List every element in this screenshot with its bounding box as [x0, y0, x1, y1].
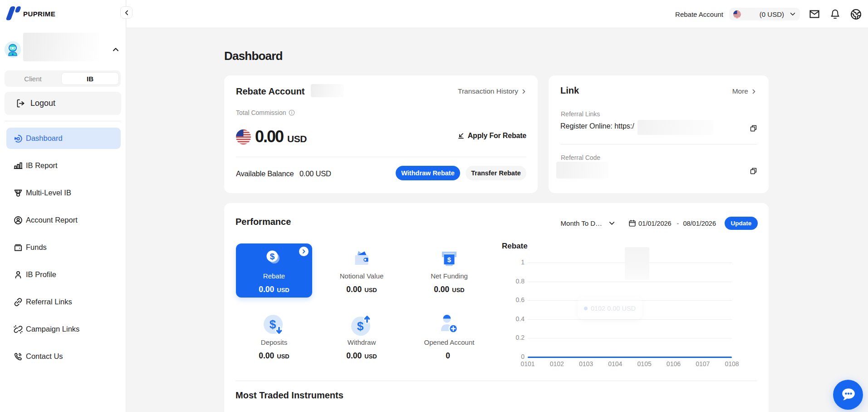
account-report-icon — [14, 216, 23, 225]
main-content: Dashboard Rebate Account Transaction His… — [127, 28, 868, 412]
user-row[interactable] — [5, 33, 121, 61]
date-separator: - — [677, 220, 679, 227]
withdraw-rebate-button[interactable]: Withdraw Rebate — [396, 166, 460, 180]
x-axis-tick: 0103 — [572, 360, 601, 367]
sidebar-item-label: Multi-Level IB — [26, 189, 71, 197]
tile-label: Net Funding — [411, 272, 487, 280]
tile-amount: 0.00 — [259, 351, 274, 360]
tab-ib[interactable]: IB — [61, 72, 119, 85]
sidebar-item-referral-links[interactable]: Referral Links — [6, 291, 121, 313]
tile-unit: USD — [364, 287, 377, 293]
sidebar-item-funds[interactable]: Funds — [6, 237, 121, 258]
tab-client[interactable]: Client — [5, 70, 61, 87]
sidebar-item-dashboard[interactable]: Dashboard — [6, 128, 121, 149]
rebate-account-card: Rebate Account Transaction History Total… — [224, 75, 538, 193]
avatar — [5, 41, 21, 58]
y-axis-tick: 0.6 — [502, 296, 525, 303]
sidebar-item-account-report[interactable]: Account Report — [6, 209, 121, 231]
sidebar-collapse-button[interactable] — [120, 6, 132, 19]
date-range-picker[interactable]: 01/01/2026 - 08/01/2026 — [628, 219, 716, 227]
x-axis-tick: 0107 — [688, 360, 717, 367]
logout-button[interactable]: Logout — [5, 92, 121, 115]
rebate-card-divider — [236, 157, 526, 157]
language-button[interactable] — [850, 9, 862, 20]
tile-unit: USD — [364, 353, 377, 360]
sidebar-item-ib-report[interactable]: IB Report — [6, 155, 121, 176]
copy-referral-code-button[interactable] — [750, 167, 757, 175]
x-axis-tick: 0104 — [601, 360, 630, 367]
tile-net-funding: $ Net Funding 0.00USD — [411, 243, 487, 298]
copy-icon — [750, 124, 757, 132]
usd-flag — [236, 129, 251, 144]
sidebar-item-contact-us[interactable]: Contact Us — [6, 346, 121, 367]
rebate-coin-icon: $ — [236, 247, 312, 268]
sidebar-item-label: IB Profile — [26, 270, 56, 279]
ib-report-icon — [14, 161, 23, 170]
tile-amount: 0.00 — [434, 285, 449, 294]
account-type-toggle: Client IB — [5, 70, 121, 87]
sidebar-item-campaign-links[interactable]: Campaign Links — [6, 318, 121, 340]
transaction-history-link[interactable]: Transaction History — [458, 87, 527, 95]
x-axis-tick: 0105 — [630, 360, 659, 367]
link-card: Link More Referral Links Register Online… — [549, 75, 769, 193]
info-icon[interactable] — [289, 109, 295, 116]
sidebar-nav: Dashboard IB Report Multi-Level IB Accou… — [6, 128, 121, 373]
calendar-icon — [628, 219, 636, 227]
page-title: Dashboard — [224, 49, 283, 63]
tile-rebate[interactable]: $ Rebate 0.00USD — [236, 243, 312, 298]
date-range-select[interactable]: Month To D… — [561, 219, 615, 227]
svg-text:$: $ — [357, 319, 364, 333]
topbar: Rebate Account (0 USD) — [127, 0, 868, 28]
tile-unit: USD — [277, 353, 289, 360]
more-link[interactable]: More — [732, 87, 757, 95]
topbar-actions: Rebate Account (0 USD) — [675, 0, 862, 28]
date-to[interactable]: 08/01/2026 — [683, 220, 716, 227]
sidebar-item-label: Dashboard — [26, 134, 63, 143]
update-button[interactable]: Update — [725, 217, 758, 230]
sidebar-item-ib-profile[interactable]: IB Profile — [6, 264, 121, 285]
sidebar-item-label: IB Report — [26, 161, 58, 170]
svg-text:$: $ — [270, 318, 276, 331]
date-from[interactable]: 01/01/2026 — [638, 220, 672, 227]
tile-deposits: $ Deposits 0.00USD — [236, 310, 312, 364]
sidebar: PUPRIME Client IB Logout — [0, 0, 126, 412]
tile-amount: 0.00 — [346, 351, 362, 360]
apply-for-rebate-link[interactable]: Apply For Rebate — [457, 132, 526, 140]
mail-button[interactable] — [809, 9, 820, 20]
transfer-rebate-button[interactable]: Transfer Rebate — [466, 166, 526, 180]
tile-opened-account: Opened Account 0 — [411, 310, 487, 364]
date-range-value: Month To D… — [561, 219, 602, 227]
pill-chevron — [790, 11, 796, 17]
multi-level-ib-icon — [14, 189, 23, 198]
ib-profile-icon — [14, 270, 23, 279]
tile-label: Withdraw — [324, 338, 400, 346]
sidebar-item-label: Account Report — [26, 216, 78, 224]
link-card-divider — [560, 144, 757, 144]
apply-rebate-icon — [457, 132, 465, 140]
campaign-links-icon — [14, 325, 23, 334]
referral-links-icon — [14, 298, 23, 307]
dashboard-icon — [14, 134, 23, 143]
tile-value: 0.00USD — [324, 351, 400, 361]
available-balance-label: Available Balance — [236, 169, 294, 178]
y-axis-tick: 0.4 — [502, 315, 525, 323]
y-axis-tick: 0 — [502, 353, 525, 360]
sidebar-item-multi-level-ib[interactable]: Multi-Level IB — [6, 182, 121, 204]
calendar-icon-wrap — [628, 219, 636, 227]
tile-notional-value: Notional Value 0.00USD — [324, 243, 400, 298]
copy-referral-link-button[interactable] — [750, 124, 757, 132]
total-commission-amount: 0.00 — [255, 127, 283, 146]
notifications-button[interactable] — [830, 9, 840, 20]
tile-unit: USD — [452, 287, 464, 293]
usd-flag-icon — [236, 129, 251, 144]
sidebar-item-label: Contact Us — [26, 352, 63, 361]
performance-card: Performance Month To D… — [224, 203, 769, 412]
brand-name: PUPRIME — [23, 10, 55, 18]
chat-button[interactable] — [833, 380, 863, 410]
chevron-up-icon[interactable] — [112, 46, 119, 53]
withdraw-icon: $ — [324, 313, 400, 335]
tile-value: 0.00USD — [411, 285, 487, 294]
account-currency-dropdown[interactable]: (0 USD) — [729, 8, 800, 20]
tile-label: Opened Account — [411, 338, 487, 346]
gridline — [528, 282, 732, 282]
